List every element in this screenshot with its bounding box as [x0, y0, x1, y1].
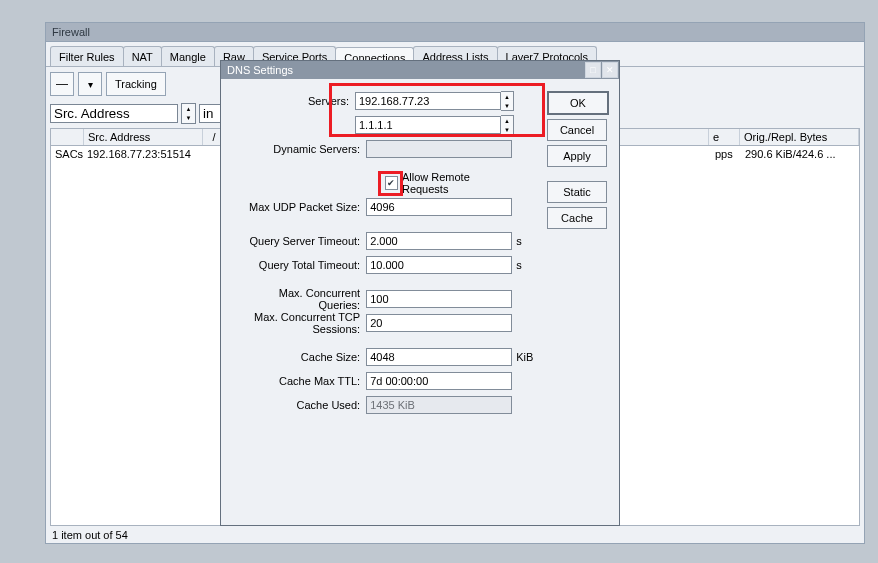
servers-stepper-1[interactable]: ▲▼: [501, 91, 514, 111]
row-max-concurrent-tcp: Max. Concurrent TCP Sessions:: [235, 313, 537, 333]
label-allow-remote: Allow Remote Requests: [402, 171, 509, 195]
max-concurrent-tcp-input[interactable]: [366, 314, 512, 332]
th-e[interactable]: e: [709, 129, 740, 145]
tracking-button[interactable]: Tracking: [106, 72, 166, 96]
cell-e: pps: [711, 146, 741, 162]
filter-button[interactable]: ▾: [78, 72, 102, 96]
row-cache-used: Cache Used:: [235, 395, 537, 415]
cache-button[interactable]: Cache: [547, 207, 607, 229]
row-cache-max-ttl: Cache Max TTL:: [235, 371, 537, 391]
th-src-address[interactable]: Src. Address: [84, 129, 203, 145]
row-servers-2: ▲▼: [235, 115, 537, 135]
dns-titlebar[interactable]: DNS Settings □ ✕: [221, 61, 619, 79]
funnel-icon: ▾: [88, 79, 93, 90]
close-icon: ✕: [606, 66, 614, 75]
row-cache-size: Cache Size: KiB: [235, 347, 537, 367]
servers-stepper-2[interactable]: ▲▼: [501, 115, 514, 135]
label-cache-size: Cache Size:: [235, 351, 366, 363]
row-allow-remote: ✔ Allow Remote Requests: [235, 173, 537, 193]
tab-filter-rules[interactable]: Filter Rules: [50, 46, 124, 66]
th-orig-repl-bytes[interactable]: Orig./Repl. Bytes: [740, 129, 859, 145]
cancel-button[interactable]: Cancel: [547, 119, 607, 141]
label-servers: Servers:: [235, 95, 355, 107]
static-button[interactable]: Static: [547, 181, 607, 203]
tab-nat[interactable]: NAT: [123, 46, 162, 66]
close-button[interactable]: ✕: [602, 62, 618, 78]
allow-remote-checkbox[interactable]: ✔: [385, 176, 398, 190]
th-blank[interactable]: [51, 129, 84, 145]
label-query-total-timeout: Query Total Timeout:: [235, 259, 366, 271]
filter-field-select[interactable]: [50, 104, 178, 123]
query-total-timeout-input[interactable]: [366, 256, 512, 274]
row-max-concurrent-queries: Max. Concurrent Queries:: [235, 289, 537, 309]
cache-used-input: [366, 396, 512, 414]
label-max-concurrent-queries: Max. Concurrent Queries:: [235, 287, 366, 311]
dns-settings-dialog: DNS Settings □ ✕ Servers: ▲▼: [220, 60, 620, 526]
label-dynamic-servers: Dynamic Servers:: [235, 143, 366, 155]
row-query-server-timeout: Query Server Timeout: s: [235, 231, 537, 251]
filter-field-stepper[interactable]: ▲ ▼: [181, 103, 196, 124]
chevron-down-icon: ▼: [501, 101, 513, 110]
unit-kib: KiB: [512, 351, 537, 363]
cache-size-input[interactable]: [366, 348, 512, 366]
ok-button[interactable]: OK: [547, 91, 609, 115]
cell-src: 192.168.77.23:51514: [83, 146, 215, 162]
screenshot-root: Firewall Filter Rules NAT Mangle Raw Ser…: [0, 0, 878, 563]
apply-button[interactable]: Apply: [547, 145, 607, 167]
servers-input-1[interactable]: [355, 92, 501, 110]
unit-seconds: s: [512, 235, 537, 247]
label-cache-used: Cache Used:: [235, 399, 366, 411]
dns-title-text: DNS Settings: [227, 64, 293, 76]
tab-mangle[interactable]: Mangle: [161, 46, 215, 66]
servers-input-2[interactable]: [355, 116, 501, 134]
firewall-title: Firewall: [46, 23, 864, 42]
cell-tag: SACs: [51, 146, 83, 162]
chevron-up-icon: ▲: [501, 92, 513, 101]
chevron-up-icon: ▲: [182, 104, 195, 114]
label-cache-max-ttl: Cache Max TTL:: [235, 375, 366, 387]
row-query-total-timeout: Query Total Timeout: s: [235, 255, 537, 275]
chevron-up-icon: ▲: [501, 116, 513, 125]
query-server-timeout-input[interactable]: [366, 232, 512, 250]
dns-form: Servers: ▲▼ ▲▼ Dynamic Se: [235, 91, 537, 419]
remove-button[interactable]: —: [50, 72, 74, 96]
dns-side-buttons: OK Cancel Apply Static Cache: [547, 91, 609, 229]
max-concurrent-queries-input[interactable]: [366, 290, 512, 308]
dns-titlebar-buttons: □ ✕: [585, 62, 618, 78]
unit-seconds: s: [512, 259, 537, 271]
max-udp-input[interactable]: [366, 198, 512, 216]
label-query-server-timeout: Query Server Timeout:: [235, 235, 366, 247]
dns-body: Servers: ▲▼ ▲▼ Dynamic Se: [221, 79, 619, 531]
row-servers-1: Servers: ▲▼: [235, 91, 537, 111]
cell-bytes: 290.6 KiB/424.6 ...: [741, 146, 859, 162]
square-icon: □: [590, 66, 595, 75]
row-max-udp: Max UDP Packet Size:: [235, 197, 537, 217]
chevron-down-icon: ▼: [501, 125, 513, 134]
pin-button[interactable]: □: [585, 62, 601, 78]
dynamic-servers-input: [366, 140, 512, 158]
cache-max-ttl-input[interactable]: [366, 372, 512, 390]
row-dynamic-servers: Dynamic Servers:: [235, 139, 537, 159]
minus-icon: —: [56, 77, 68, 91]
chevron-down-icon: ▼: [182, 114, 195, 124]
label-max-concurrent-tcp: Max. Concurrent TCP Sessions:: [235, 311, 366, 335]
label-max-udp: Max UDP Packet Size:: [235, 201, 366, 213]
